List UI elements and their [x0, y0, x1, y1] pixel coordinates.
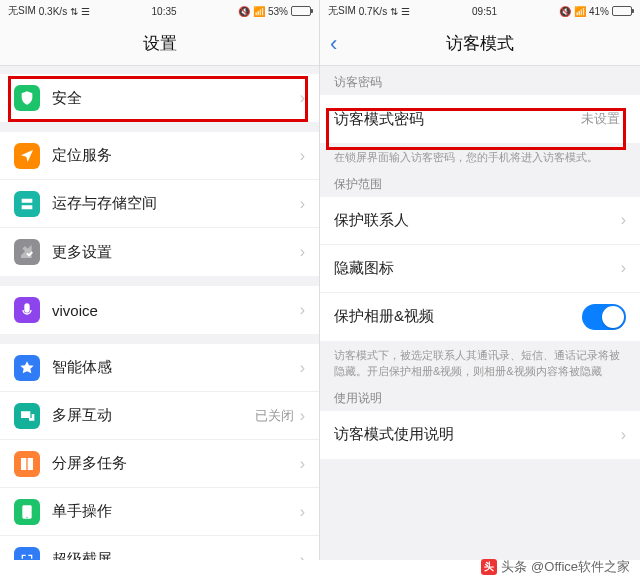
section-label-password: 访客密码 — [320, 66, 640, 95]
settings-item-多屏互动[interactable]: 多屏互动已关闭› — [0, 392, 319, 440]
sim-status: 无SIM — [328, 4, 356, 18]
wifi-icon: 📶 — [253, 6, 265, 17]
item-label: 保护相册&视频 — [334, 307, 582, 326]
wifi-icon: 📶 — [574, 6, 586, 17]
storage-icon — [14, 191, 40, 217]
settings-item-更多设置[interactable]: 更多设置› — [0, 228, 319, 276]
chevron-right-icon: › — [300, 551, 305, 561]
settings-item-vivoice[interactable]: vivoice› — [0, 286, 319, 334]
chevron-right-icon: › — [300, 195, 305, 213]
password-hint: 在锁屏界面输入访客密码，您的手机将进入访客模式。 — [320, 143, 640, 172]
settings-item-智能体感[interactable]: 智能体感› — [0, 344, 319, 392]
protect-album-item[interactable]: 保护相册&视频 — [320, 293, 640, 341]
battery-pct: 41% — [589, 6, 609, 17]
item-label: 访客模式密码 — [334, 110, 581, 129]
multiscreen-icon — [14, 403, 40, 429]
item-label: 分屏多任务 — [52, 454, 300, 473]
chevron-right-icon: › — [300, 301, 305, 319]
wechat-icon: ☰ — [81, 6, 90, 17]
chevron-right-icon: › — [621, 259, 626, 277]
usb-icon: ⇅ — [390, 6, 398, 17]
item-label: 访客模式使用说明 — [334, 425, 621, 444]
battery-icon — [612, 6, 632, 16]
settings-list[interactable]: 安全› 定位服务›运存与存储空间›更多设置› vivoice› 智能体感›多屏互… — [0, 66, 319, 560]
chevron-right-icon: › — [621, 426, 626, 444]
splitscreen-icon — [14, 451, 40, 477]
back-button[interactable]: ‹ — [330, 22, 337, 66]
settings-screen: 无SIM 0.3K/s ⇅ ☰ 10:35 🔇 📶 53% 设置 安全› 定位服… — [0, 0, 320, 560]
status-bar: 无SIM 0.3K/s ⇅ ☰ 10:35 🔇 📶 53% — [0, 0, 319, 22]
item-label: 运存与存储空间 — [52, 194, 300, 213]
voice-icon — [14, 297, 40, 323]
section-label-scope: 保护范围 — [320, 172, 640, 197]
guest-password-item[interactable]: 访客模式密码 未设置 — [320, 95, 640, 143]
item-label: 超级截屏 — [52, 550, 300, 560]
item-label: 更多设置 — [52, 243, 300, 262]
guest-mode-screen: 无SIM 0.7K/s ⇅ ☰ 09:51 🔇 📶 41% ‹ 访客模式 访客密… — [320, 0, 640, 560]
chevron-right-icon: › — [300, 503, 305, 521]
settings-item-分屏多任务[interactable]: 分屏多任务› — [0, 440, 319, 488]
item-label: 隐藏图标 — [334, 259, 621, 278]
settings-item-单手操作[interactable]: 单手操作› — [0, 488, 319, 536]
onehand-icon — [14, 499, 40, 525]
page-title: 访客模式 — [446, 32, 514, 55]
section-label-usage: 使用说明 — [320, 386, 640, 411]
chevron-right-icon: › — [300, 89, 305, 107]
item-label: 多屏互动 — [52, 406, 255, 425]
wechat-icon: ☰ — [401, 6, 410, 17]
item-label: 保护联系人 — [334, 211, 621, 230]
net-speed: 0.7K/s — [359, 6, 387, 17]
mute-icon: 🔇 — [238, 6, 250, 17]
shield-icon — [14, 85, 40, 111]
chevron-right-icon: › — [300, 243, 305, 261]
item-label: 定位服务 — [52, 146, 300, 165]
settings-item-运存与存储空间[interactable]: 运存与存储空间› — [0, 180, 319, 228]
caption: 头 头条 @Office软件之家 — [481, 558, 630, 576]
chevron-right-icon: › — [300, 407, 305, 425]
chevron-right-icon: › — [300, 455, 305, 473]
settings-item-定位服务[interactable]: 定位服务› — [0, 132, 319, 180]
settings-item-超级截屏[interactable]: 超级截屏› — [0, 536, 319, 560]
hide-icons-item[interactable]: 隐藏图标 › — [320, 245, 640, 293]
sensor-icon — [14, 355, 40, 381]
protect-contacts-item[interactable]: 保护联系人 › — [320, 197, 640, 245]
item-label: vivoice — [52, 302, 300, 319]
net-speed: 0.3K/s — [39, 6, 67, 17]
item-value: 未设置 — [581, 110, 620, 128]
status-bar: 无SIM 0.7K/s ⇅ ☰ 09:51 🔇 📶 41% — [320, 0, 640, 22]
item-value: 已关闭 — [255, 407, 294, 425]
header: 设置 — [0, 22, 319, 66]
chevron-right-icon: › — [300, 359, 305, 377]
guest-mode-content[interactable]: 访客密码 访客模式密码 未设置 在锁屏界面输入访客密码，您的手机将进入访客模式。… — [320, 66, 640, 560]
clock: 10:35 — [152, 6, 177, 17]
item-label: 安全 — [52, 89, 300, 108]
settings-item-安全[interactable]: 安全› — [0, 74, 319, 122]
header: ‹ 访客模式 — [320, 22, 640, 66]
guest-usage-item[interactable]: 访客模式使用说明 › — [320, 411, 640, 459]
item-label: 智能体感 — [52, 358, 300, 377]
caption-prefix: 头条 — [501, 558, 527, 576]
more-icon — [14, 239, 40, 265]
caption-author: @Office软件之家 — [531, 558, 630, 576]
chevron-right-icon: › — [300, 147, 305, 165]
page-title: 设置 — [143, 32, 177, 55]
toutiao-icon: 头 — [481, 559, 497, 575]
chevron-right-icon: › — [621, 211, 626, 229]
sim-status: 无SIM — [8, 4, 36, 18]
clock: 09:51 — [472, 6, 497, 17]
screenshot-icon — [14, 547, 40, 561]
usb-icon: ⇅ — [70, 6, 78, 17]
scope-hint: 访客模式下，被选定联系人其通讯录、短信、通话记录将被隐藏。开启保护相册&视频，则… — [320, 341, 640, 386]
toggle-on-icon[interactable] — [582, 304, 626, 330]
battery-pct: 53% — [268, 6, 288, 17]
item-label: 单手操作 — [52, 502, 300, 521]
location-icon — [14, 143, 40, 169]
battery-icon — [291, 6, 311, 16]
mute-icon: 🔇 — [559, 6, 571, 17]
